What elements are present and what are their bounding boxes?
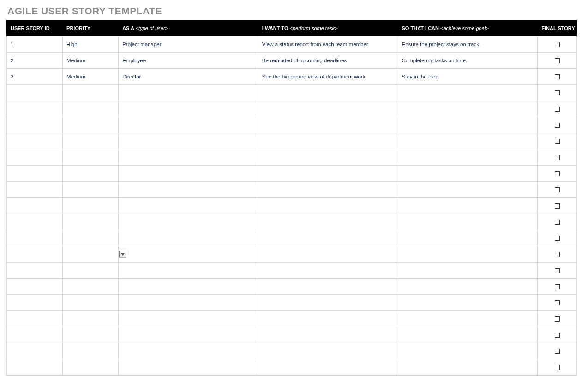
cell-id[interactable] [7, 85, 63, 101]
cell-priority[interactable]: High [63, 36, 119, 53]
cell-want[interactable] [258, 263, 398, 279]
cell-asa[interactable] [119, 85, 258, 101]
cell-want[interactable] [258, 101, 398, 117]
cell-id[interactable] [7, 327, 63, 343]
cell-id[interactable] [7, 311, 63, 327]
cell-priority[interactable] [63, 230, 119, 246]
cell-asa[interactable] [119, 311, 258, 327]
cell-goal[interactable] [398, 327, 538, 343]
cell-asa[interactable] [119, 230, 258, 246]
cell-want[interactable] [258, 279, 398, 295]
final-story-checkbox[interactable] [555, 187, 560, 192]
cell-goal[interactable] [398, 149, 538, 166]
final-story-checkbox[interactable] [555, 333, 560, 338]
final-story-checkbox[interactable] [555, 365, 560, 370]
cell-id[interactable] [7, 279, 63, 295]
cell-priority[interactable]: Medium [63, 53, 119, 69]
cell-goal[interactable] [398, 182, 538, 198]
cell-priority[interactable] [63, 311, 119, 327]
cell-priority[interactable] [63, 149, 119, 166]
cell-want[interactable] [258, 85, 398, 101]
cell-asa[interactable] [119, 117, 258, 133]
final-story-checkbox[interactable] [555, 349, 560, 354]
cell-goal[interactable] [398, 101, 538, 117]
cell-want[interactable] [258, 359, 398, 376]
final-story-checkbox[interactable] [555, 220, 560, 225]
cell-want[interactable] [258, 198, 398, 214]
cell-want[interactable] [258, 230, 398, 246]
cell-asa[interactable] [119, 246, 258, 263]
cell-asa[interactable] [119, 214, 258, 230]
cell-asa[interactable] [119, 295, 258, 311]
cell-id[interactable] [7, 182, 63, 198]
final-story-checkbox[interactable] [555, 171, 560, 176]
cell-priority[interactable] [63, 263, 119, 279]
cell-want[interactable] [258, 327, 398, 343]
cell-goal[interactable] [398, 279, 538, 295]
cell-asa[interactable] [119, 359, 258, 376]
cell-priority[interactable] [63, 85, 119, 101]
cell-id[interactable] [7, 133, 63, 149]
cell-asa[interactable] [119, 263, 258, 279]
cell-asa[interactable] [119, 133, 258, 149]
cell-want[interactable]: See the big picture view of department w… [258, 69, 398, 85]
cell-want[interactable]: Be reminded of upcoming deadlines [258, 53, 398, 69]
cell-id[interactable] [7, 295, 63, 311]
final-story-checkbox[interactable] [555, 58, 560, 63]
cell-id[interactable] [7, 166, 63, 182]
cell-goal[interactable] [398, 117, 538, 133]
cell-want[interactable] [258, 311, 398, 327]
final-story-checkbox[interactable] [555, 252, 560, 257]
cell-priority[interactable] [63, 214, 119, 230]
cell-priority[interactable] [63, 166, 119, 182]
cell-goal[interactable] [398, 166, 538, 182]
cell-asa[interactable]: Director [119, 69, 258, 85]
cell-asa[interactable]: Project manager [119, 36, 258, 53]
cell-priority[interactable] [63, 246, 119, 263]
cell-priority[interactable] [63, 182, 119, 198]
cell-id[interactable] [7, 198, 63, 214]
final-story-checkbox[interactable] [555, 300, 560, 305]
final-story-checkbox[interactable] [555, 155, 560, 160]
cell-id[interactable] [7, 214, 63, 230]
final-story-checkbox[interactable] [555, 107, 560, 112]
cell-goal[interactable] [398, 359, 538, 376]
final-story-checkbox[interactable] [555, 268, 560, 273]
final-story-checkbox[interactable] [555, 139, 560, 144]
cell-id[interactable] [7, 117, 63, 133]
cell-id[interactable]: 2 [7, 53, 63, 69]
cell-asa[interactable] [119, 149, 258, 166]
cell-goal[interactable] [398, 214, 538, 230]
cell-asa[interactable] [119, 166, 258, 182]
cell-priority[interactable]: Medium [63, 69, 119, 85]
cell-goal[interactable] [398, 263, 538, 279]
cell-priority[interactable] [63, 327, 119, 343]
cell-goal[interactable] [398, 133, 538, 149]
final-story-checkbox[interactable] [555, 74, 560, 79]
cell-priority[interactable] [63, 295, 119, 311]
final-story-checkbox[interactable] [555, 90, 560, 95]
cell-id[interactable] [7, 246, 63, 263]
cell-goal[interactable]: Stay in the loop [398, 69, 538, 85]
cell-goal[interactable]: Ensure the project stays on track. [398, 36, 538, 53]
final-story-checkbox[interactable] [555, 284, 560, 289]
cell-priority[interactable] [63, 198, 119, 214]
cell-want[interactable] [258, 214, 398, 230]
cell-asa[interactable] [119, 198, 258, 214]
cell-goal[interactable] [398, 198, 538, 214]
cell-want[interactable]: View a status report from each team memb… [258, 36, 398, 53]
cell-id[interactable] [7, 230, 63, 246]
cell-id[interactable] [7, 101, 63, 117]
final-story-checkbox[interactable] [555, 316, 560, 322]
cell-want[interactable] [258, 166, 398, 182]
cell-priority[interactable] [63, 101, 119, 117]
cell-goal[interactable] [398, 85, 538, 101]
cell-want[interactable] [258, 133, 398, 149]
cell-id[interactable]: 3 [7, 69, 63, 85]
cell-goal[interactable] [398, 230, 538, 246]
cell-asa[interactable] [119, 343, 258, 359]
cell-id[interactable] [7, 343, 63, 359]
cell-want[interactable] [258, 117, 398, 133]
cell-goal[interactable] [398, 343, 538, 359]
cell-goal[interactable]: Complete my tasks on time. [398, 53, 538, 69]
